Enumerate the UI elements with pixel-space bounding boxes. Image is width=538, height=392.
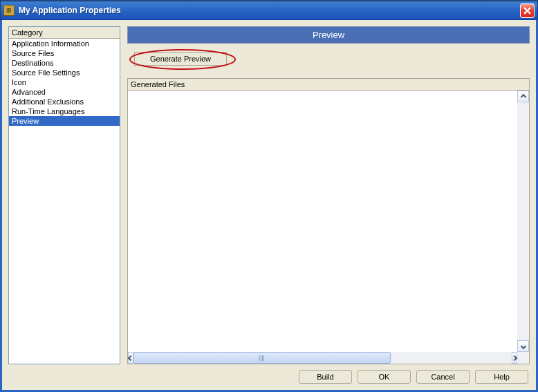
content-area: Category Application Information Source … [8,26,530,364]
panel-title: Preview [127,26,530,44]
help-button[interactable]: Help [475,370,528,384]
chevron-up-icon [520,93,526,99]
category-header: Category [9,27,120,39]
scroll-up-button[interactable] [517,91,529,102]
sidebar-item-app-info[interactable]: Application Information [9,39,120,48]
scroll-left-button[interactable] [128,352,133,364]
scroll-right-button[interactable] [512,352,517,364]
category-list: Application Information Source Files Des… [9,39,120,364]
ok-button[interactable]: OK [358,370,411,384]
titlebar: ⊞ My Application Properties [0,0,538,20]
horizontal-scrollbar[interactable] [128,352,529,364]
sidebar-item-destinations[interactable]: Destinations [9,58,120,68]
window-title: My Application Properties [19,6,520,15]
dialog-button-row: Build OK Cancel Help [8,364,530,386]
sidebar-item-runtime-languages[interactable]: Run-Time Languages [9,106,120,116]
scroll-down-button[interactable] [517,340,529,352]
chevron-left-icon [128,355,133,360]
generate-preview-button[interactable]: Generate Preview [134,52,227,66]
vertical-scroll-track[interactable] [517,102,529,340]
sidebar-item-additional-exclusions[interactable]: Additional Exclusions [9,97,120,106]
sidebar-item-preview[interactable]: Preview [9,116,120,126]
vertical-scrollbar[interactable] [517,91,529,352]
sidebar-item-icon[interactable]: Icon [9,77,120,87]
chevron-down-icon [520,343,526,348]
chevron-right-icon [512,355,517,360]
main-panel: Preview Generate Preview Generated Files [127,26,530,364]
generated-files-content [128,91,517,352]
sidebar-item-source-files[interactable]: Source Files [9,48,120,58]
app-icon: ⊞ [3,5,15,16]
generated-files-label: Generated Files [127,78,530,91]
build-button[interactable]: Build [299,370,352,384]
scroll-corner [517,352,529,364]
close-icon [523,7,531,15]
cancel-button[interactable]: Cancel [416,370,470,384]
generate-row: Generate Preview [134,52,530,70]
sidebar-item-advanced[interactable]: Advanced [9,87,120,97]
horizontal-scroll-track[interactable] [133,352,512,364]
sidebar-item-source-file-settings[interactable]: Source File Settings [9,68,120,77]
close-button[interactable] [520,3,535,18]
generated-files-box [127,91,530,364]
horizontal-scroll-thumb[interactable] [133,352,391,364]
category-sidebar: Category Application Information Source … [8,26,120,364]
window-body: Category Application Information Source … [0,20,538,392]
